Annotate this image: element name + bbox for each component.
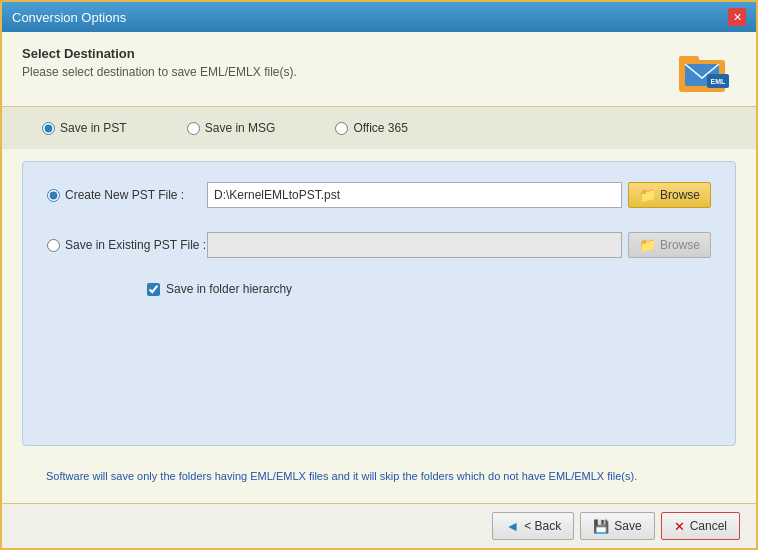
existing-label[interactable]: Save in Existing PST File :: [47, 238, 207, 252]
header-section: Select Destination Please select destina…: [2, 32, 756, 107]
folder-hierarchy-label[interactable]: Save in folder hierarchy: [166, 282, 292, 296]
info-text: Software will save only the folders havi…: [46, 470, 637, 482]
browse-new-button[interactable]: 📁 Browse: [628, 182, 711, 208]
eml-icon: EML: [677, 46, 731, 96]
close-button[interactable]: ✕: [728, 8, 746, 26]
save-msg-option[interactable]: Save in MSG: [187, 121, 276, 135]
svg-rect-1: [679, 56, 699, 64]
title-bar: Conversion Options ✕: [2, 2, 756, 32]
create-new-label[interactable]: Create New PST File :: [47, 188, 207, 202]
save-button[interactable]: 💾 Save: [580, 512, 654, 540]
browse-existing-button[interactable]: 📁 Browse: [628, 232, 711, 258]
folder-hierarchy-row: Save in folder hierarchy: [47, 282, 711, 296]
content-panel: Create New PST File : 📁 Browse Save in E…: [22, 161, 736, 446]
save-icon: 💾: [593, 519, 609, 534]
folder-icon-disabled: 📁: [639, 237, 656, 253]
existing-pst-row: Save in Existing PST File : 📁 Browse: [47, 232, 711, 258]
back-button[interactable]: ◄ < Back: [492, 512, 574, 540]
dialog-body: Select Destination Please select destina…: [2, 32, 756, 548]
office365-option[interactable]: Office 365: [335, 121, 407, 135]
create-new-pst-row: Create New PST File : 📁 Browse: [47, 182, 711, 208]
create-new-radio[interactable]: [47, 189, 60, 202]
header-title: Select Destination: [22, 46, 297, 61]
svg-text:EML: EML: [711, 78, 727, 85]
radio-options-section: Save in PST Save in MSG Office 365: [2, 107, 756, 149]
save-msg-radio[interactable]: [187, 122, 200, 135]
save-pst-radio[interactable]: [42, 122, 55, 135]
header-subtitle: Please select destination to save EML/EM…: [22, 65, 297, 79]
folder-icon: 📁: [639, 187, 656, 203]
existing-pst-input[interactable]: [207, 232, 622, 258]
save-pst-option[interactable]: Save in PST: [42, 121, 127, 135]
office365-label[interactable]: Office 365: [353, 121, 407, 135]
info-section: Software will save only the folders havi…: [22, 458, 736, 493]
conversion-options-dialog: Conversion Options ✕ Select Destination …: [0, 0, 758, 550]
folder-hierarchy-checkbox[interactable]: [147, 283, 160, 296]
dialog-title: Conversion Options: [12, 10, 126, 25]
existing-pst-radio[interactable]: [47, 239, 60, 252]
header-text: Select Destination Please select destina…: [22, 46, 297, 79]
save-msg-label[interactable]: Save in MSG: [205, 121, 276, 135]
save-pst-label[interactable]: Save in PST: [60, 121, 127, 135]
cancel-button[interactable]: ✕ Cancel: [661, 512, 740, 540]
create-new-input[interactable]: [207, 182, 622, 208]
back-arrow-icon: ◄: [505, 518, 519, 534]
cancel-icon: ✕: [674, 519, 685, 534]
office365-radio[interactable]: [335, 122, 348, 135]
footer: ◄ < Back 💾 Save ✕ Cancel: [2, 503, 756, 548]
